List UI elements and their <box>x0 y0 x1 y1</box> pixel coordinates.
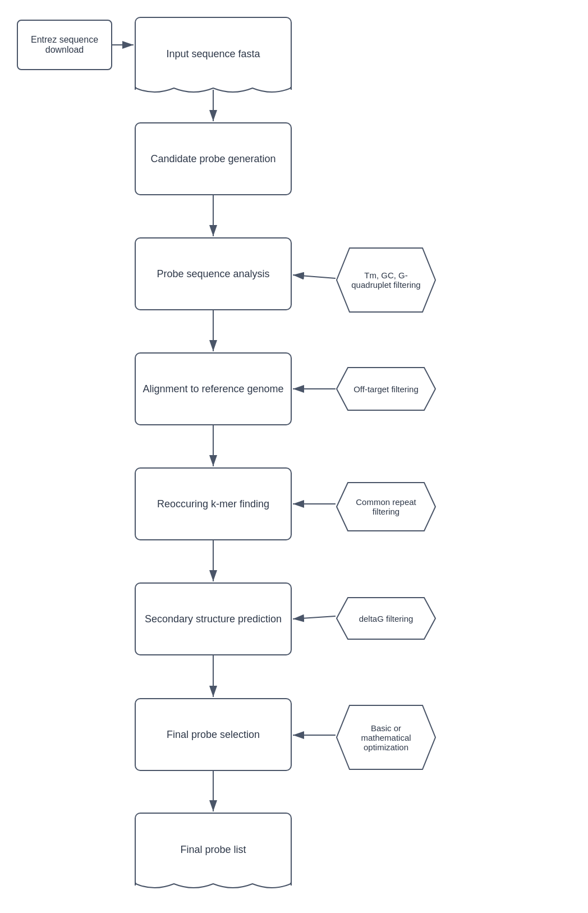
tm-gc-label: Tm, GC, G-quadruplet filtering <box>336 268 437 292</box>
input-fasta-wave <box>135 87 292 97</box>
tm-gc-hexagon: Tm, GC, G-quadruplet filtering <box>336 247 437 313</box>
common-repeat-hexagon: Common repeat filtering <box>336 481 437 532</box>
kmer-box: Reoccuring k-mer finding <box>135 467 292 540</box>
arrows-svg <box>0 0 588 913</box>
final-probe-selection-box: Final probe selection <box>135 698 292 771</box>
entrez-sequence-box: Entrez sequence download <box>17 20 112 70</box>
candidate-probe-box: Candidate probe generation <box>135 122 292 195</box>
candidate-probe-label: Candidate probe generation <box>150 153 275 165</box>
math-opt-hexagon: Basic or mathematical optimization <box>336 704 437 770</box>
svg-line-9 <box>293 275 336 278</box>
input-fasta-label: Input sequence fasta <box>166 48 260 60</box>
final-probe-list-wave <box>135 883 292 893</box>
deltag-label: deltaG filtering <box>343 611 429 626</box>
common-repeat-label: Common repeat filtering <box>336 494 437 519</box>
secondary-structure-label: Secondary structure prediction <box>145 613 282 625</box>
final-probe-selection-label: Final probe selection <box>167 729 260 741</box>
math-opt-label: Basic or mathematical optimization <box>336 721 437 755</box>
deltag-hexagon: deltaG filtering <box>336 597 437 640</box>
probe-sequence-label: Probe sequence analysis <box>157 268 269 280</box>
probe-sequence-box: Probe sequence analysis <box>135 237 292 310</box>
input-fasta-box: Input sequence fasta <box>135 17 292 90</box>
entrez-label: Entrez sequence download <box>18 35 111 55</box>
off-target-label: Off-target filtering <box>338 382 434 397</box>
off-target-hexagon: Off-target filtering <box>336 366 437 411</box>
secondary-structure-box: Secondary structure prediction <box>135 582 292 655</box>
svg-line-12 <box>293 616 336 619</box>
alignment-label: Alignment to reference genome <box>143 383 283 395</box>
kmer-label: Reoccuring k-mer finding <box>157 498 269 510</box>
final-probe-list-box: Final probe list <box>135 813 292 886</box>
final-probe-list-label: Final probe list <box>180 844 246 856</box>
alignment-box: Alignment to reference genome <box>135 352 292 425</box>
diagram-container: Entrez sequence download Input sequence … <box>0 0 588 913</box>
